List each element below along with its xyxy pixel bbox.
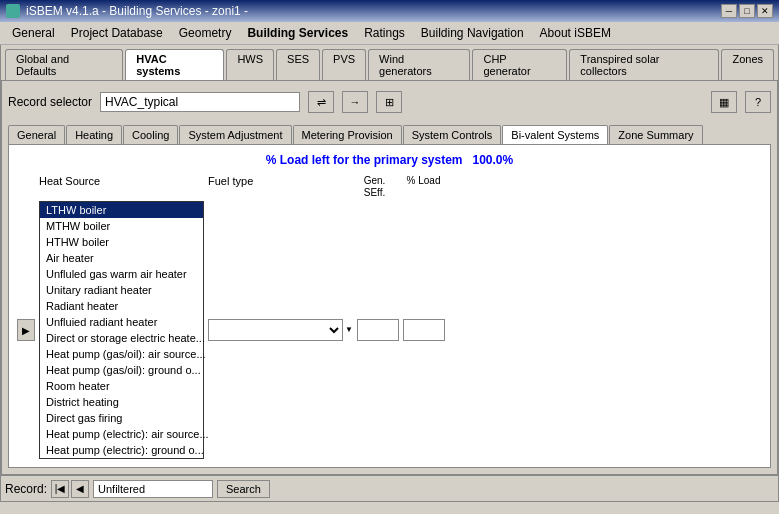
col-header-heat-source: Heat Source: [39, 175, 204, 199]
inner-tab-cooling[interactable]: Cooling: [123, 125, 178, 144]
dropdown-item-air-heater[interactable]: Air heater: [40, 250, 203, 266]
toolbar-btn-help[interactable]: ?: [745, 91, 771, 113]
tab-wind-generators[interactable]: Wind generators: [368, 49, 470, 80]
dropdown-item-radiant[interactable]: Radiant heater: [40, 298, 203, 314]
inner-tab-metering[interactable]: Metering Provision: [293, 125, 402, 144]
inner-tab-general[interactable]: General: [8, 125, 65, 144]
tab-hws[interactable]: HWS: [226, 49, 274, 80]
panel-title-value: 100.0%: [473, 153, 514, 167]
menu-geometry[interactable]: Geometry: [171, 24, 240, 42]
dropdown-item-unfluled-warm[interactable]: Unfluled gas warm air heater: [40, 266, 203, 282]
toolbar-btn-add[interactable]: ⊞: [376, 91, 402, 113]
dropdown-item-hp-gas-ground[interactable]: Heat pump (gas/oil): ground o...: [40, 362, 203, 378]
dropdown-item-hthw[interactable]: HTHW boiler: [40, 234, 203, 250]
toolbar-btn-grid[interactable]: ▦: [711, 91, 737, 113]
dropdown-item-district[interactable]: District heating: [40, 394, 203, 410]
dropdown-item-hp-elec-air[interactable]: Heat pump (electric): air source...: [40, 426, 203, 442]
title-bar: iSBEM v4.1.a - Building Services - zoni1…: [0, 0, 779, 22]
menu-project-database[interactable]: Project Database: [63, 24, 171, 42]
inner-tab-bivalent[interactable]: Bi-valent Systems: [502, 125, 608, 144]
menu-general[interactable]: General: [4, 24, 63, 42]
dropdown-item-mthw[interactable]: MTHW boiler: [40, 218, 203, 234]
col-header-fuel-type: Fuel type: [208, 175, 348, 199]
inner-tabs: General Heating Cooling System Adjustmen…: [8, 125, 771, 144]
menu-building-services[interactable]: Building Services: [239, 24, 356, 42]
dropdown-item-lthw[interactable]: LTHW boiler: [40, 202, 203, 218]
title-text: iSBEM v4.1.a - Building Services - zoni1…: [26, 4, 248, 18]
heat-source-container: LTHW boiler MTHW boiler HTHW boiler Air …: [39, 201, 204, 459]
filter-input[interactable]: [93, 480, 213, 498]
tab-pvs[interactable]: PVS: [322, 49, 366, 80]
record-selector-row: Record selector HVAC_typical ⇌ → ⊞ ▦ ?: [8, 87, 771, 117]
tab-hvac-systems[interactable]: HVAC systems: [125, 49, 224, 80]
menu-ratings[interactable]: Ratings: [356, 24, 413, 42]
gen-seff-input[interactable]: [357, 319, 399, 341]
status-bar: Record: |◀ ◀ Search: [0, 476, 779, 502]
menu-building-navigation[interactable]: Building Navigation: [413, 24, 532, 42]
content-panel: % Load left for the primary system 100.0…: [8, 144, 771, 468]
minimize-button[interactable]: ─: [721, 4, 737, 18]
menu-about-isbem[interactable]: About iSBEM: [532, 24, 619, 42]
inner-tab-zone-summary[interactable]: Zone Summary: [609, 125, 702, 144]
dropdown-item-unfluied-radiant[interactable]: Unfluied radiant heater: [40, 314, 203, 330]
main-content: Record selector HVAC_typical ⇌ → ⊞ ▦ ? G…: [0, 81, 779, 476]
dropdown-item-direct-gas[interactable]: Direct gas firing: [40, 410, 203, 426]
fuel-type-select[interactable]: [208, 319, 343, 341]
maximize-button[interactable]: □: [739, 4, 755, 18]
inner-tab-heating[interactable]: Heating: [66, 125, 122, 144]
row-arrow-icon[interactable]: ▶: [17, 319, 35, 341]
fuel-type-container: ▼: [208, 319, 353, 341]
record-selector-wrapper: HVAC_typical: [100, 92, 300, 112]
nav-prev-button[interactable]: ◀: [71, 480, 89, 498]
close-button[interactable]: ✕: [757, 4, 773, 18]
record-selector-dropdown[interactable]: HVAC_typical: [100, 92, 300, 112]
record-label: Record:: [5, 482, 47, 496]
panel-title-text: % Load left for the primary system: [266, 153, 463, 167]
menu-bar: General Project Database Geometry Buildi…: [0, 22, 779, 45]
dropdown-item-hp-gas-air[interactable]: Heat pump (gas/oil): air source...: [40, 346, 203, 362]
dropdown-item-room-heater[interactable]: Room heater: [40, 378, 203, 394]
window-controls: ─ □ ✕: [721, 4, 773, 18]
table-header: Heat Source Fuel type Gen.SEff. % Load: [17, 175, 762, 199]
search-button[interactable]: Search: [217, 480, 270, 498]
dropdown-item-direct-storage[interactable]: Direct or storage electric heate...: [40, 330, 203, 346]
app-icon: [6, 4, 20, 18]
dropdown-item-hp-elec-ground[interactable]: Heat pump (electric): ground o...: [40, 442, 203, 458]
tab-chp-generator[interactable]: CHP generator: [472, 49, 567, 80]
record-selector-label: Record selector: [8, 95, 92, 109]
inner-tab-system-controls[interactable]: System Controls: [403, 125, 502, 144]
heat-source-dropdown-list[interactable]: LTHW boiler MTHW boiler HTHW boiler Air …: [39, 201, 204, 459]
fuel-dropdown-arrow: ▼: [345, 325, 353, 334]
heat-data-row: ▶ LTHW boiler MTHW boiler HTHW boiler Ai…: [17, 201, 762, 459]
dropdown-item-unitary-radiant[interactable]: Unitary radiant heater: [40, 282, 203, 298]
section-tabs: Global and Defaults HVAC systems HWS SES…: [0, 45, 779, 81]
record-nav: |◀ ◀: [51, 480, 89, 498]
tab-transpired-solar[interactable]: Transpired solar collectors: [569, 49, 719, 80]
tab-zones[interactable]: Zones: [721, 49, 774, 80]
tab-ses[interactable]: SES: [276, 49, 320, 80]
col-header-gen-sef: Gen.SEff.: [352, 175, 397, 199]
toolbar-btn-switch[interactable]: ⇌: [308, 91, 334, 113]
tab-global-defaults[interactable]: Global and Defaults: [5, 49, 123, 80]
col-header-pct-load: % Load: [401, 175, 446, 199]
pct-load-input[interactable]: [403, 319, 445, 341]
nav-first-button[interactable]: |◀: [51, 480, 69, 498]
toolbar-btn-next[interactable]: →: [342, 91, 368, 113]
panel-title: % Load left for the primary system 100.0…: [17, 153, 762, 167]
inner-tab-system-adjustment[interactable]: System Adjustment: [179, 125, 291, 144]
